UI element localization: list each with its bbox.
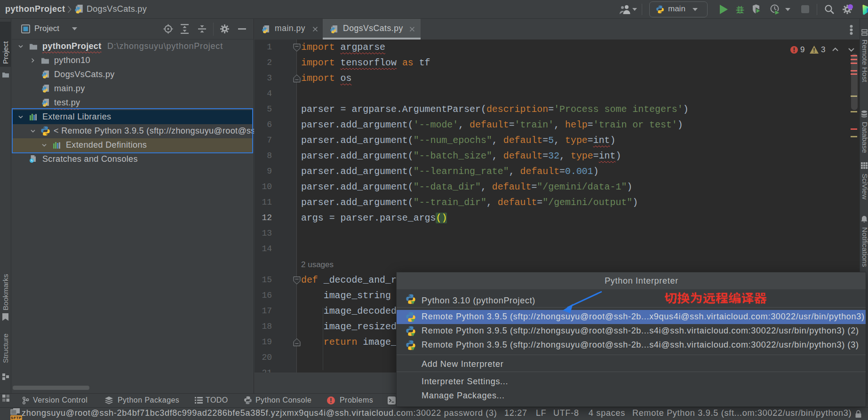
svg-text:SFTP: SFTP: [11, 416, 22, 420]
